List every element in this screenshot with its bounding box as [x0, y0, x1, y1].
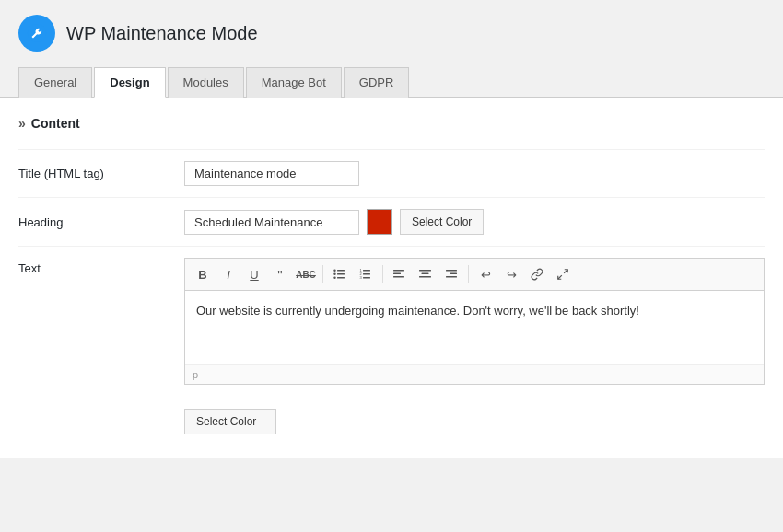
svg-rect-14: [393, 273, 401, 275]
ordered-list-button[interactable]: 123: [354, 262, 378, 286]
align-left-button[interactable]: [388, 262, 412, 286]
fullscreen-button[interactable]: [551, 262, 575, 286]
title-row: Title (HTML tag): [18, 149, 765, 197]
bold-button[interactable]: B: [191, 262, 215, 286]
svg-rect-1: [337, 270, 345, 272]
editor-footer: p: [185, 364, 764, 384]
svg-point-6: [333, 277, 335, 279]
text-color-row: Select Color: [18, 396, 765, 440]
heading-control-wrap: Select Color: [184, 209, 765, 235]
title-control-wrap: [184, 161, 765, 186]
heading-color-swatch[interactable]: [367, 209, 392, 235]
blockquote-button[interactable]: ": [268, 262, 292, 286]
section-heading: Content: [18, 116, 765, 131]
toolbar-divider-2: [382, 265, 383, 283]
text-label: Text: [18, 258, 184, 275]
svg-rect-3: [337, 277, 345, 279]
unordered-list-button[interactable]: [328, 262, 352, 286]
title-input[interactable]: [184, 161, 359, 186]
text-row: Text B I U " ABC 123: [18, 246, 765, 396]
svg-rect-9: [363, 277, 370, 279]
svg-rect-17: [422, 273, 429, 275]
tab-gdpr[interactable]: GDPR: [344, 67, 410, 98]
tab-modules[interactable]: Modules: [168, 67, 244, 98]
heading-select-color-button[interactable]: Select Color: [400, 209, 484, 235]
text-select-color-button[interactable]: Select Color: [184, 409, 276, 434]
redo-button[interactable]: ↪: [499, 262, 523, 286]
wrench-icon: [27, 23, 47, 43]
toolbar-divider-3: [468, 265, 469, 283]
app-title: WP Maintenance Mode: [66, 23, 258, 44]
link-button[interactable]: [525, 262, 549, 286]
editor-wrap: B I U " ABC 123: [184, 258, 765, 385]
undo-button[interactable]: ↩: [473, 262, 497, 286]
svg-text:3: 3: [360, 275, 363, 280]
svg-rect-2: [337, 273, 345, 275]
svg-rect-15: [393, 276, 404, 278]
svg-line-23: [558, 275, 562, 279]
app-logo: [18, 15, 55, 52]
svg-rect-8: [363, 273, 370, 275]
strikethrough-button[interactable]: ABC: [294, 262, 318, 286]
tabs-bar: General Design Modules Manage Bot GDPR: [0, 66, 783, 98]
tab-design[interactable]: Design: [94, 67, 165, 98]
heading-label: Heading: [18, 215, 184, 229]
svg-rect-16: [419, 270, 431, 272]
tab-manage-bot[interactable]: Manage Bot: [246, 67, 342, 98]
page-wrapper: WP Maintenance Mode General Design Modul…: [0, 0, 783, 532]
svg-point-4: [333, 270, 335, 272]
heading-input[interactable]: [184, 210, 359, 235]
align-right-button[interactable]: [439, 262, 463, 286]
svg-rect-21: [446, 276, 457, 278]
underline-button[interactable]: U: [242, 262, 266, 286]
title-label: Title (HTML tag): [18, 167, 184, 180]
heading-row: Heading Select Color: [18, 197, 765, 246]
tab-general[interactable]: General: [18, 67, 92, 98]
align-center-button[interactable]: [414, 262, 438, 286]
editor-content[interactable]: Our website is currently undergoing main…: [185, 291, 764, 364]
svg-rect-13: [393, 270, 404, 272]
svg-rect-20: [450, 273, 457, 275]
svg-rect-18: [419, 276, 431, 278]
svg-point-5: [333, 273, 335, 275]
svg-line-22: [564, 270, 567, 273]
editor-toolbar: B I U " ABC 123: [185, 259, 764, 291]
svg-rect-19: [446, 270, 457, 272]
toolbar-divider-1: [322, 265, 323, 283]
svg-rect-7: [363, 270, 370, 272]
content-area: Content Title (HTML tag) Heading Select …: [0, 98, 783, 458]
app-header: WP Maintenance Mode: [0, 0, 783, 66]
italic-button[interactable]: I: [216, 262, 240, 286]
